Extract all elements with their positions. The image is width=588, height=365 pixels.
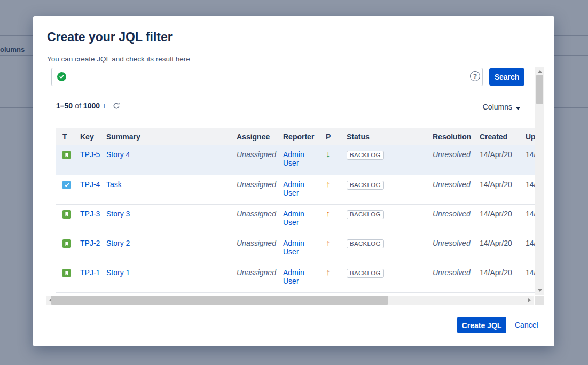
jql-query-input[interactable] [51,68,483,86]
chevron-down-icon [516,107,520,110]
scroll-right-arrow-icon[interactable] [525,296,534,305]
horizontal-scrollbar[interactable] [46,296,534,305]
issue-table: T Key Summary Assignee Reporter P Status… [56,128,535,293]
vertical-scrollbar-thumb[interactable] [536,75,543,104]
issue-table-container: T Key Summary Assignee Reporter P Status… [56,128,535,293]
updated-value: 14/Apr/20 [526,150,535,159]
results-plus: + [102,102,106,110]
priority-highest-icon: ↑ [326,268,330,277]
issue-summary-link[interactable]: Story 3 [106,209,130,218]
status-badge: BACKLOG [347,210,384,219]
assignee-value: Unassigned [237,209,276,218]
search-button[interactable]: Search [489,68,524,86]
issue-summary-link[interactable]: Story 4 [106,150,130,159]
created-value: 14/Apr/20 [480,209,512,218]
header-assignee[interactable]: Assignee [237,128,283,145]
table-row: TPJ-2 Story 2 Unassigned Admin User ↑ BA… [56,234,535,263]
status-badge: BACKLOG [347,239,384,248]
issue-summary-link[interactable]: Story 2 [106,239,130,247]
priority-high-icon: ↑ [326,238,330,247]
results-total: 1000 [83,102,100,110]
status-badge: BACKLOG [347,181,384,190]
issue-key-link[interactable]: TPJ-3 [80,209,100,218]
table-row: TPJ-1 Story 1 Unassigned Admin User ↑ BA… [56,263,535,292]
issue-summary-link[interactable]: Task [106,180,122,189]
columns-label: Columns [483,103,512,111]
task-icon [62,181,71,189]
results-count: 1–50 of 1000 + [56,100,120,111]
updated-value: 14/Apr/20 [526,239,535,247]
story-icon [62,239,71,248]
issue-key-link[interactable]: TPJ-1 [80,268,100,277]
status-badge: BACKLOG [347,151,384,160]
issue-summary-link[interactable]: Story 1 [106,268,130,277]
header-updated[interactable]: Updated [526,128,535,145]
jql-valid-check-icon [57,72,66,81]
story-icon [62,269,71,277]
issue-key-link[interactable]: TPJ-4 [80,180,100,189]
updated-value: 14/Apr/20 [526,268,535,277]
resolution-value: Unresolved [433,268,471,277]
assignee-value: Unassigned [237,180,276,189]
created-value: 14/Apr/20 [480,150,512,159]
cancel-link[interactable]: Cancel [515,321,538,329]
story-icon [62,210,71,219]
results-range: 1–50 [56,102,73,110]
header-priority[interactable]: P [326,128,347,145]
scroll-down-arrow-icon[interactable] [535,286,544,295]
reporter-link[interactable]: Admin User [283,180,304,197]
assignee-value: Unassigned [237,268,276,277]
priority-low-icon: ↓ [326,150,330,159]
reporter-link[interactable]: Admin User [283,209,304,227]
story-icon [62,151,71,159]
issue-table-body: TPJ-5 Story 4 Unassigned Admin User ↓ BA… [56,145,535,292]
table-header-row: T Key Summary Assignee Reporter P Status… [56,128,535,145]
dialog-subtitle: You can create JQL and check its result … [47,55,190,63]
header-reporter[interactable]: Reporter [283,128,326,145]
header-key[interactable]: Key [80,128,106,145]
header-resolution[interactable]: Resolution [433,128,480,145]
columns-dropdown[interactable]: Columns [483,103,520,111]
create-jql-button[interactable]: Create JQL [457,317,506,333]
scrollbar-corner [535,296,544,305]
backdrop-columns-label: olumns [0,45,25,53]
issue-key-link[interactable]: TPJ-5 [80,150,100,159]
create-jql-filter-dialog: Create your JQL filter You can create JQ… [33,16,554,346]
resolution-value: Unresolved [433,209,471,218]
dialog-title: Create your JQL filter [47,30,173,44]
issue-key-link[interactable]: TPJ-2 [80,239,100,247]
resolution-value: Unresolved [433,150,471,159]
header-created[interactable]: Created [480,128,526,145]
created-value: 14/Apr/20 [480,180,512,189]
syntax-help-icon[interactable]: ? [470,71,480,81]
status-badge: BACKLOG [347,269,384,278]
horizontal-scrollbar-thumb[interactable] [51,296,388,305]
updated-value: 14/Apr/20 [526,209,535,218]
created-value: 14/Apr/20 [480,268,512,277]
updated-value: 14/Apr/20 [526,180,535,189]
table-row: TPJ-4 Task Unassigned Admin User ↑ BACKL… [56,175,535,204]
priority-medium-icon: ↑ [326,180,330,189]
reporter-link[interactable]: Admin User [283,150,304,167]
resolution-value: Unresolved [433,239,471,247]
header-status[interactable]: Status [347,128,433,145]
priority-medium-icon: ↑ [326,209,330,218]
reporter-link[interactable]: Admin User [283,239,304,256]
header-summary[interactable]: Summary [106,128,237,145]
table-row: TPJ-5 Story 4 Unassigned Admin User ↓ BA… [56,145,535,175]
header-type[interactable]: T [56,128,80,145]
table-row: TPJ-3 Story 3 Unassigned Admin User ↑ BA… [56,204,535,234]
resolution-value: Unresolved [433,180,471,189]
assignee-value: Unassigned [237,239,276,247]
refresh-icon[interactable] [113,102,120,110]
assignee-value: Unassigned [237,150,276,159]
vertical-scrollbar[interactable] [535,67,544,295]
created-value: 14/Apr/20 [480,239,512,247]
reporter-link[interactable]: Admin User [283,268,304,285]
results-of-label: of [75,102,81,110]
